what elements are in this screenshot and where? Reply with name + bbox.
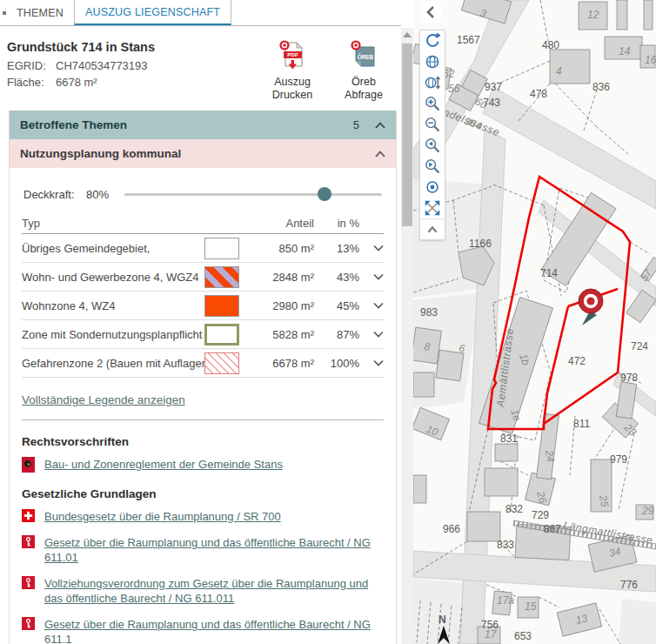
opacity-control: Deckkraft: 80% [23,187,382,201]
law-link[interactable]: Vollziehungsverordnung zum Gesetz über d… [44,576,375,606]
svg-text:979: 979 [610,453,627,466]
chevron-up-icon[interactable] [375,122,385,129]
nutzungsplanung-content: Deckkraft: 80% Typ Anteil in % [10,187,396,644]
betroffene-themen-title: Betroffene Themen [20,118,353,131]
zoom-in-button[interactable] [419,93,445,114]
oereb-app: THEMEN AUSZUG LIEGENSCHAFT Grundstück 71… [0,0,656,644]
map-toolbar [419,30,445,240]
svg-text:978: 978 [620,372,638,384]
scrollbar-thumb[interactable] [402,44,412,226]
deckkraft-value: 80% [86,188,124,201]
table-header: Typ Anteil in % [22,213,384,234]
nutzungsplanung-title: Nutzungsplanung kommunal [20,147,375,160]
svg-text:653: 653 [514,630,532,642]
chevron-down-icon[interactable] [373,245,384,252]
print-extract-button[interactable]: PDF AuszugDrucken [267,39,318,102]
oereb-query-button[interactable]: ÖREB ÖrebAbfrage [338,39,389,102]
flaeche-label: Fläche: [7,74,56,91]
svg-text:1166: 1166 [469,238,492,250]
svg-text:PDF: PDF [287,51,298,57]
geolocate-button[interactable] [419,177,445,198]
tab-auszug-liegenschaft[interactable]: AUSZUG LIEGENSCHAFT [74,0,231,25]
svg-text:29: 29 [641,505,654,517]
zones-table: Typ Anteil in % Übriges Gemeindegebiet, … [22,213,384,378]
stans-arms-icon [22,457,35,473]
svg-text:867: 867 [544,523,561,535]
globe-extent-toggle-button[interactable] [419,72,445,93]
swiss-flag-icon [22,509,35,522]
law-link[interactable]: Gesetz über die Raumplanung und das öffe… [44,535,384,565]
themes-accordion: Betroffene Themen 5 Nutzungsplanung komm… [9,111,397,644]
info-panel: THEMEN AUSZUG LIEGENSCHAFT Grundstück 71… [0,0,401,644]
collapse-toolbar-button[interactable] [419,218,445,239]
svg-text:729: 729 [532,509,549,521]
full-extent-button[interactable] [419,198,445,218]
svg-text:776: 776 [620,579,638,591]
svg-text:1567: 1567 [457,34,480,46]
svg-text:15: 15 [525,600,537,613]
zoom-out-icon [423,115,442,134]
tab-bar: THEMEN AUSZUG LIEGENSCHAFT [0,0,401,26]
chevron-up-icon[interactable] [375,151,385,158]
panel-scrollbar[interactable] [401,0,413,644]
svg-text:831: 831 [500,433,518,445]
previous-extent-button[interactable] [419,135,445,156]
expand-arrows-icon [423,198,442,218]
chevron-down-icon[interactable] [373,302,384,309]
opacity-slider[interactable] [124,187,382,201]
deckkraft-label: Deckkraft: [23,188,86,201]
svg-text:966: 966 [443,523,460,535]
globe-icon [423,52,442,71]
slider-track[interactable] [124,193,382,196]
svg-text:N: N [438,614,446,626]
chevron-down-icon[interactable] [373,273,384,280]
chevron-down-icon[interactable] [373,331,384,338]
svg-text:472: 472 [568,355,586,367]
cadastral-map[interactable]: 1567480478836937743364631166983714472724… [413,0,656,644]
slider-thumb[interactable] [318,187,331,201]
law-item: Vollziehungsverordnung zum Gesetz über d… [22,576,384,606]
svg-text:480: 480 [542,39,559,51]
law-link[interactable]: Bundesgesetz über die Raumplanung / SR 7… [44,509,281,524]
next-extent-button[interactable] [419,156,445,177]
rechtsvorschriften-heading: Rechtsvorschriften [22,435,384,448]
svg-text:25: 25 [597,493,611,508]
law-item: Bundesgesetz über die Raumplanung / SR 7… [22,509,384,524]
pdf-print-icon: PDF [278,39,307,72]
egrid-value: CH740534773193 [56,57,148,74]
egrid-label: EGRID: [7,57,56,74]
svg-text:811: 811 [573,418,590,430]
rechtsvorschrift-link[interactable]: Bau- und Zonenreglement der Gemeinde Sta… [44,457,283,472]
chevron-down-icon[interactable] [373,359,384,366]
betroffene-themen-header[interactable]: Betroffene Themen 5 [10,111,396,139]
col-in-percent: in % [314,217,359,230]
default-extent-button[interactable] [419,51,445,72]
gesetzliche-grundlagen-heading: Gesetzliche Grundlagen [22,487,384,500]
svg-text:56: 56 [448,83,460,95]
svg-text:4: 4 [556,65,562,77]
rotate-north-button[interactable] [419,30,445,51]
svg-text:17a: 17a [497,594,514,607]
zoom-out-button[interactable] [419,114,445,135]
full-legend-link[interactable]: Vollständige Legende anzeigen [22,393,185,406]
tab-themen[interactable]: THEMEN [6,0,74,25]
zone-swatch-sondernutzung [204,324,239,345]
svg-text:836: 836 [592,81,610,93]
collapse-panel-button[interactable] [420,2,441,23]
col-typ: Typ [22,217,204,230]
zoom-in-icon [423,94,442,113]
law-item: Bau- und Zonenreglement der Gemeinde Sta… [22,457,384,473]
themes-count-badge: 5 [353,118,359,131]
svg-text:937: 937 [485,81,502,93]
nidwalden-arms-icon [22,617,35,630]
nutzungsplanung-header[interactable]: Nutzungsplanung kommunal [10,139,396,168]
col-anteil: Anteil [204,217,314,230]
zoom-next-icon [423,157,442,176]
svg-text:833: 833 [497,539,514,551]
chevron-left-icon [424,4,438,20]
zone-swatch-wgz4 [204,266,239,288]
law-link[interactable]: Gesetz über die Raumplanung und das öffe… [44,617,384,644]
nidwalden-arms-icon [22,535,35,548]
map-viewport[interactable]: 1567480478836937743364631166983714472724… [413,0,656,644]
scrollbar-up-button[interactable] [401,28,413,42]
